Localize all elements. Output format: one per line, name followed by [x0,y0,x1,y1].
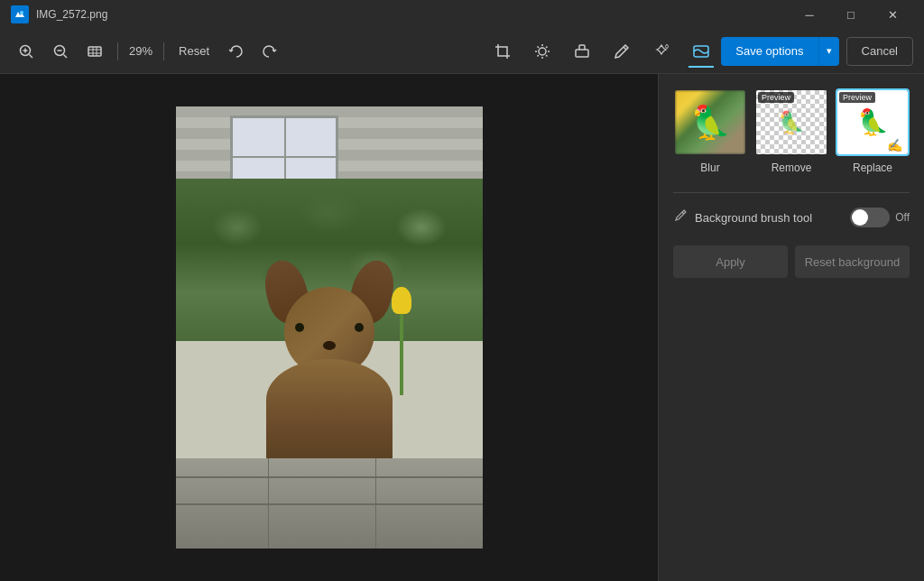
stone-vert-1 [268,458,269,549]
draw-tool-button[interactable] [605,35,638,68]
app-icon [11,5,29,23]
minimize-button[interactable]: ─ [789,0,830,29]
brush-tool-row: Background brush tool Off [673,208,910,227]
window-title: IMG_2572.png [36,8,789,21]
svg-line-21 [546,46,547,47]
panel-divider [673,192,910,193]
svg-rect-23 [576,50,588,57]
apply-button[interactable]: Apply [673,245,788,278]
save-options-group: Save options ▾ [721,37,838,66]
zoom-in-button[interactable] [11,36,42,67]
undo-button[interactable] [220,36,251,67]
svg-point-1 [20,11,23,14]
close-button[interactable]: ✕ [872,0,913,29]
bg-option-blur[interactable]: 🦜 Blur [673,88,747,174]
dog-eye-left [295,323,304,332]
toolbar-left: 29% Reset [11,36,483,67]
replace-bird-icon: 🦜 [857,107,889,137]
main-area: 🦜 Blur Preview Remove Pr [0,74,924,581]
maximize-button[interactable]: □ [830,0,872,29]
svg-line-24 [624,47,626,50]
cancel-button[interactable]: Cancel [846,37,913,66]
stone-line-2 [176,503,483,505]
bg-remove-thumb: Preview [754,88,828,156]
reset-button[interactable]: Reset [171,41,217,61]
dog-eye-right [355,323,364,332]
bg-tool-button[interactable] [685,35,717,68]
bg-option-remove[interactable]: Preview Remove [754,88,828,174]
toggle-thumb [852,209,868,226]
bg-replace-thumb: Preview 🦜 ✍️ [836,88,910,156]
redo-button[interactable] [254,36,285,67]
toolbar-right: Save options ▾ Cancel [721,37,913,66]
bg-blur-thumb: 🦜 [673,88,747,156]
window-controls: ─ □ ✕ [789,0,913,29]
toggle-track[interactable] [850,208,890,227]
preview-badge-replace: Preview [839,92,875,103]
brightness-tool-button[interactable] [526,35,559,68]
toolbar-center [486,35,717,68]
toolbar: 29% Reset [0,29,924,74]
zoom-divider [117,42,118,60]
right-panel: 🦜 Blur Preview Remove Pr [658,74,924,581]
dog-nose [323,341,336,350]
zoom-divider2 [163,42,164,60]
svg-line-22 [538,55,539,56]
replace-hand-icon: ✍️ [887,138,902,152]
photo-preview [176,106,483,549]
svg-rect-0 [14,8,26,21]
bg-blur-label: Blur [700,161,719,174]
action-buttons: Apply Reset background [673,245,910,278]
fit-button[interactable] [79,36,110,67]
svg-line-7 [64,54,68,58]
effects-tool-button[interactable] [645,35,678,68]
svg-line-20 [546,55,547,56]
svg-line-3 [30,54,33,58]
save-options-button[interactable]: Save options [721,37,818,66]
background-options: 🦜 Blur Preview Remove Pr [673,88,910,174]
bg-replace-label: Replace [853,161,892,174]
bg-option-replace[interactable]: Preview 🦜 ✍️ Replace [836,88,910,174]
save-options-dropdown-button[interactable]: ▾ [818,37,839,66]
svg-point-14 [539,48,546,55]
preview-badge-remove: Preview [758,92,794,103]
brush-tool-label: Background brush tool [695,211,843,225]
zoom-level: 29% [125,44,156,58]
title-bar: IMG_2572.png ─ □ ✕ [0,0,924,29]
svg-rect-9 [88,47,101,56]
svg-line-26 [682,212,684,214]
bg-remove-label: Remove [772,161,812,174]
crop-tool-button[interactable] [486,35,519,68]
erase-tool-button[interactable] [566,35,598,68]
stone-vert-2 [375,458,376,549]
brush-icon [673,208,688,226]
ground [176,458,483,549]
stone-line-1 [176,476,483,478]
brush-tool-toggle[interactable]: Off [850,208,910,227]
svg-line-19 [538,46,539,47]
canvas-area [0,74,658,581]
reset-background-button[interactable]: Reset background [795,245,910,278]
zoom-out-button[interactable] [45,36,76,67]
toggle-label: Off [895,211,910,224]
